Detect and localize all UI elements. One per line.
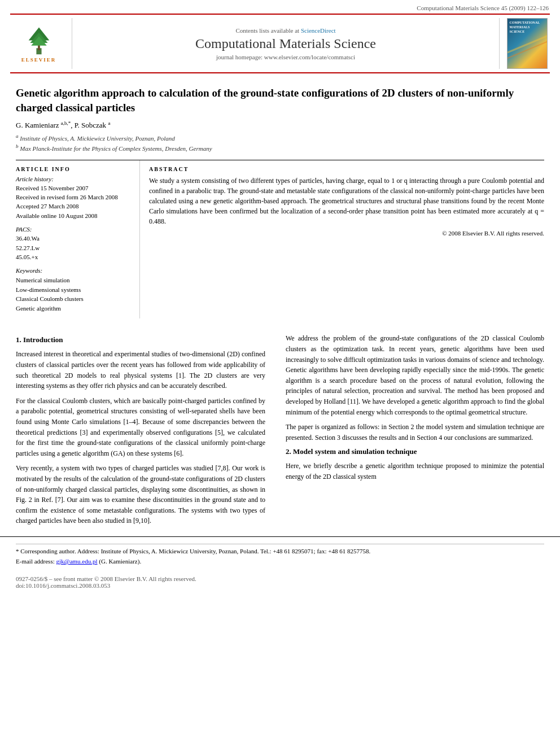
elsevier-brand-text: ELSEVIER <box>21 57 56 63</box>
sciencedirect-link[interactable]: ScienceDirect <box>301 27 336 34</box>
affiliation-b: Max Planck-Institute for the Physics of … <box>20 145 212 151</box>
affiliation-a: Institute of Physics, A. Mickiewicz Univ… <box>20 134 174 141</box>
elsevier-logo: ELSEVIER <box>19 25 59 63</box>
article-title: Genetic algorithm approach to calculatio… <box>16 86 544 115</box>
article-header-section: Genetic algorithm approach to calculatio… <box>0 73 560 327</box>
section1-paragraph-5: The paper is organized as follows: in Se… <box>286 422 544 443</box>
pacs-label: PACS: <box>16 226 133 233</box>
elsevier-tree-icon <box>19 25 59 56</box>
pacs-item-1: 36.40.Wa <box>16 234 133 243</box>
section2-title: 2. Model system and simulation technique <box>286 447 544 456</box>
journal-reference: Computational Materials Science 45 (2009… <box>0 0 560 14</box>
available-date: Available online 10 August 2008 <box>16 212 133 220</box>
elsevier-logo-area: ELSEVIER <box>10 18 72 69</box>
section1-paragraph-2: For the classical Coulomb clusters, whic… <box>16 396 265 459</box>
received-date: Received 15 November 2007 <box>16 184 133 193</box>
section1-paragraph-1: Increased interest in theoretical and ex… <box>16 349 265 391</box>
keyword-4: Genetic algorithm <box>16 304 133 313</box>
issn-line: 0927-0256/$ – see front matter © 2008 El… <box>16 575 544 582</box>
article-body: 1. Introduction Increased interest in th… <box>0 327 560 536</box>
pacs-item-3: 45.05.+x <box>16 253 133 261</box>
journal-cover-image: COMPUTATIONALMATERIALSSCIENCE <box>507 18 548 69</box>
keywords-label: Keywords: <box>16 267 133 274</box>
abstract-column: ABSTRACT We study a system consisting of… <box>140 160 544 319</box>
cover-decoration <box>508 19 548 69</box>
keyword-3: Classical Coulomb clusters <box>16 294 133 304</box>
journal-homepage: journal homepage: www.elsevier.com/locat… <box>216 54 355 60</box>
pacs-section: PACS: 36.40.Wa 52.27.Lw 45.05.+x <box>16 226 133 261</box>
journal-title-area: Contents lists available at ScienceDirec… <box>72 18 499 69</box>
journal-cover-area: COMPUTATIONALMATERIALSSCIENCE <box>499 18 550 69</box>
history-label: Article history: <box>16 176 133 182</box>
journal-ref-text: Computational Materials Science 45 (2009… <box>417 5 549 11</box>
journal-header: ELSEVIER Contents lists available at Sci… <box>10 14 550 73</box>
corresponding-author-note: * Corresponding author. Address: Institu… <box>16 547 544 556</box>
section1-paragraph-3: Very recently, a system with two types o… <box>16 463 265 526</box>
affiliations: a Institute of Physics, A. Mickiewicz Un… <box>16 133 544 153</box>
info-abstract-section: ARTICLE INFO Article history: Received 1… <box>16 160 544 319</box>
keywords-section: Keywords: Numerical simulation Low-dimen… <box>16 267 133 313</box>
email-note: E-mail address: gjk@amu.edu.pl (G. Kamie… <box>16 557 544 566</box>
revised-date: Received in revised form 26 March 2008 <box>16 193 133 202</box>
keyword-2: Low-dimensional systems <box>16 285 133 295</box>
body-right-column: We address the problem of the ground-sta… <box>275 333 544 531</box>
journal-title: Computational Materials Science <box>195 36 376 51</box>
sciencedirect-label: Contents lists available at ScienceDirec… <box>235 27 335 34</box>
article-info-column: ARTICLE INFO Article history: Received 1… <box>16 160 140 319</box>
keyword-1: Numerical simulation <box>16 276 133 285</box>
abstract-heading: ABSTRACT <box>149 166 544 172</box>
email-link[interactable]: gjk@amu.edu.pl <box>56 558 97 565</box>
bottom-info-section: 0927-0256/$ – see front matter © 2008 El… <box>0 572 560 592</box>
pacs-item-2: 52.27.Lw <box>16 244 133 252</box>
footnotes-section: * Corresponding author. Address: Institu… <box>0 536 560 572</box>
authors-line: G. Kamieniarz a,b,*, P. Sobczak a <box>16 120 544 130</box>
copyright-notice: © 2008 Elsevier B.V. All rights reserved… <box>149 230 544 237</box>
doi-line: doi:10.1016/j.commatsci.2008.03.053 <box>16 582 544 589</box>
section1-title: 1. Introduction <box>16 335 265 344</box>
section2-paragraph-1: Here, we briefly describe a genetic algo… <box>286 461 544 482</box>
abstract-text: We study a system consisting of two diff… <box>149 176 544 226</box>
section1-paragraph-4: We address the problem of the ground-sta… <box>286 333 544 417</box>
page-wrapper: Computational Materials Science 45 (2009… <box>0 0 560 747</box>
footnote-divider <box>16 544 544 544</box>
body-left-column: 1. Introduction Increased interest in th… <box>16 333 275 531</box>
accepted-date: Accepted 27 March 2008 <box>16 202 133 211</box>
article-info-heading: ARTICLE INFO <box>16 166 133 172</box>
